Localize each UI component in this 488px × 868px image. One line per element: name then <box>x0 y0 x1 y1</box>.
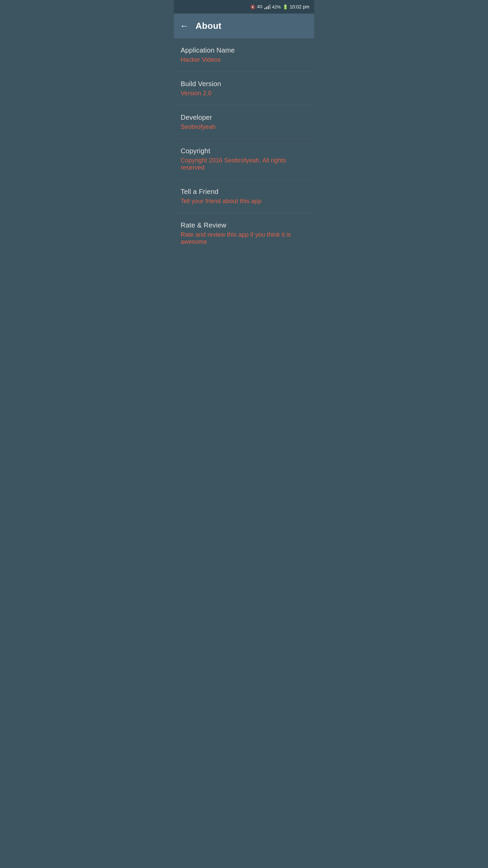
network-type-label: 4G <box>257 4 263 9</box>
item-label: Rate & Review <box>181 221 307 229</box>
list-item[interactable]: Build VersionVersion 2.0 <box>174 72 314 105</box>
list-item[interactable]: Application NameHacker Videos <box>174 38 314 72</box>
back-button[interactable]: ← <box>180 21 189 30</box>
status-bar: 🔇 4G 42% 🔋 10:02 pm <box>174 0 314 14</box>
item-value: Rate and review this app if you think it… <box>181 231 307 245</box>
item-value: Tell your friend about this app <box>181 198 307 205</box>
item-value: Copyright 2016 Seobrofyeah. All rights r… <box>181 157 307 171</box>
battery-percent: 42% <box>272 4 281 9</box>
about-content: Application NameHacker VideosBuild Versi… <box>174 38 314 254</box>
item-label: Developer <box>181 114 307 121</box>
list-item[interactable]: CopyrightCopyright 2016 Seobrofyeah. All… <box>174 139 314 180</box>
item-label: Tell a Friend <box>181 188 307 196</box>
mute-icon: 🔇 <box>250 4 256 9</box>
item-value: Version 2.0 <box>181 90 307 97</box>
item-label: Build Version <box>181 80 307 88</box>
toolbar: ← About <box>174 14 314 38</box>
battery-icon: 🔋 <box>283 4 288 9</box>
status-time: 10:02 pm <box>290 4 309 9</box>
item-value: Hacker Videos <box>181 56 307 63</box>
item-value: Seobrofyeah <box>181 123 307 131</box>
status-icons: 🔇 4G 42% 🔋 10:02 pm <box>250 4 309 9</box>
list-item[interactable]: DeveloperSeobrofyeah <box>174 105 314 139</box>
list-item[interactable]: Tell a FriendTell your friend about this… <box>174 180 314 213</box>
item-label: Copyright <box>181 147 307 155</box>
signal-icon <box>264 4 270 9</box>
list-item[interactable]: Rate & ReviewRate and review this app if… <box>174 213 314 254</box>
page-title: About <box>196 21 222 31</box>
item-label: Application Name <box>181 46 307 54</box>
